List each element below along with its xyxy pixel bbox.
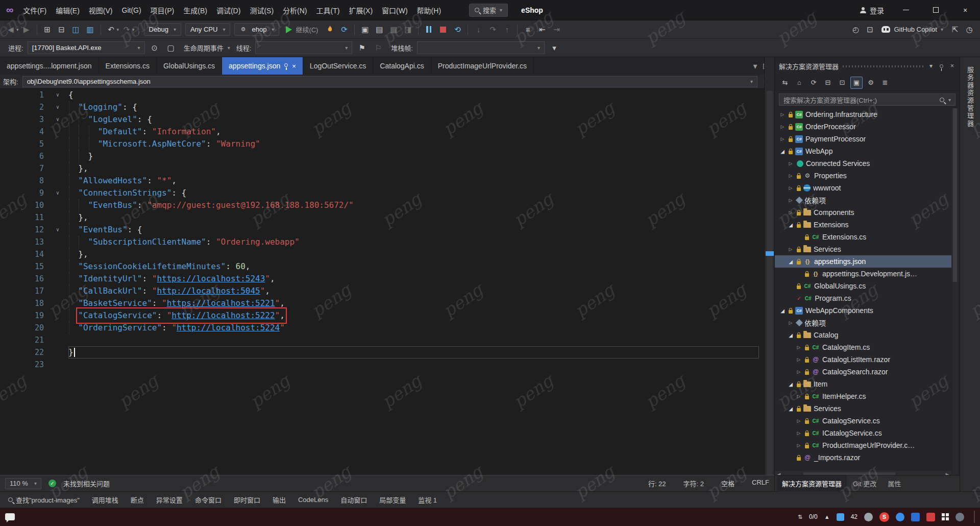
expand-arrow-icon[interactable]: ▷ <box>787 198 794 203</box>
collapse-arrow-icon[interactable]: ◢ <box>787 222 794 228</box>
tree-item-WebAppComponents[interactable]: ◢C#WebAppComponents <box>775 304 951 317</box>
tree-item-wwwroot[interactable]: ▷wwwroot <box>775 182 951 194</box>
menu-生成(B)[interactable]: 生成(B) <box>179 0 212 20</box>
navigate-forward-icon[interactable]: ▶ <box>20 23 33 36</box>
code-line[interactable]: 6} <box>0 150 764 162</box>
code-line[interactable]: 8"AllowedHosts": "*", <box>0 175 764 187</box>
feedback-icon[interactable]: ◴ <box>849 23 862 36</box>
tool-tab-Git 更改[interactable]: Git 更改 <box>848 475 881 492</box>
bottom-tab[interactable]: 局部变量 <box>374 492 411 508</box>
navigate-back-icon[interactable]: ◀ <box>4 23 17 36</box>
tray-volume-icon[interactable] <box>955 513 964 521</box>
collapse-arrow-icon[interactable]: ◢ <box>787 406 794 412</box>
pin-icon[interactable] <box>938 62 945 69</box>
code-line[interactable]: 1∨{ <box>0 89 764 101</box>
hot-reload-icon[interactable] <box>323 23 336 36</box>
tree-item-CatalogListItem.razor[interactable]: ▷@CatalogListItem.razor <box>775 353 951 366</box>
tree-item-Properties[interactable]: ▷⚙Properties <box>775 170 951 182</box>
code-line[interactable]: 22} <box>0 346 764 358</box>
platform-dropdown[interactable]: Any CPU▾ <box>185 23 231 36</box>
expand-arrow-icon[interactable]: ▷ <box>779 124 786 129</box>
zoom-dropdown[interactable]: 110 %▾ <box>5 478 41 489</box>
preview-icon[interactable]: ⊡ <box>863 23 876 36</box>
show-desktop-button[interactable] <box>974 511 975 523</box>
tree-item-CatalogService.cs[interactable]: ▷C#CatalogService.cs <box>775 415 951 427</box>
properties-icon[interactable]: ⚙ <box>865 77 877 89</box>
document-tab[interactable]: CatalogApi.cs <box>373 57 431 75</box>
home-icon[interactable]: ⌂ <box>793 77 805 89</box>
sign-in-button[interactable]: 登录 <box>853 0 891 20</box>
tree-item-ICatalogService.cs[interactable]: ▷C#ICatalogService.cs <box>775 427 951 439</box>
document-tab[interactable]: GlobalUsings.cs <box>157 57 222 75</box>
tree-item-依赖项[interactable]: ▷依赖项 <box>775 194 951 206</box>
expand-arrow-icon[interactable]: ▷ <box>779 112 786 117</box>
collapse-arrow-icon[interactable]: ◢ <box>787 259 794 265</box>
expand-arrow-icon[interactable]: ▷ <box>787 320 794 325</box>
document-tab[interactable]: Extensions.cs <box>99 57 157 75</box>
fold-chevron-icon[interactable]: ∨ <box>47 101 68 113</box>
code-editor[interactable]: 1∨{2∨"Logging": {3∨"LogLevel": {4"Defaul… <box>0 89 764 475</box>
eol-indicator[interactable]: CRLF <box>752 479 769 488</box>
code-line[interactable]: 11}, <box>0 211 764 224</box>
document-tab[interactable]: LogOutService.cs <box>303 57 374 75</box>
code-line[interactable]: 19"CatalogService": "http://localhost:52… <box>0 309 764 322</box>
expand-arrow-icon[interactable]: ▷ <box>795 369 802 374</box>
switch-views-icon[interactable]: ⇆ <box>779 77 791 89</box>
tree-item-GlobalUsings.cs[interactable]: C#GlobalUsings.cs <box>775 280 951 292</box>
solution-search-box[interactable]: 搜索解决方案资源管理器(Ctrl+;) ▾ <box>779 93 955 106</box>
tray-app-red-square-icon[interactable] <box>926 513 935 521</box>
diagnostics-tool-icon[interactable]: ▤ <box>373 23 386 36</box>
open-file-icon[interactable]: ⊟ <box>55 23 68 36</box>
document-tab[interactable]: appsettings.json× <box>222 57 303 75</box>
monitor-widget-icon[interactable] <box>837 513 844 521</box>
bottom-tab[interactable]: CodeLens <box>293 492 333 508</box>
share-icon[interactable]: ⇱ <box>948 23 962 36</box>
active-files-dropdown-icon[interactable]: ▾ <box>753 61 757 71</box>
expand-arrow-icon[interactable]: ▷ <box>787 210 794 215</box>
code-line[interactable]: 14}, <box>0 248 764 260</box>
bottom-tab[interactable]: 输出 <box>267 492 291 508</box>
sogou-ime-icon[interactable]: S <box>879 512 889 522</box>
expand-arrow-icon[interactable]: ▷ <box>779 136 786 141</box>
process-step-icon[interactable]: ⊙ <box>148 41 161 55</box>
flag-icon[interactable]: ⚑ <box>355 41 369 55</box>
tree-item-Services[interactable]: ◢Services <box>775 402 951 415</box>
continue-debug-button[interactable]: 继续(C) <box>282 23 322 36</box>
code-line[interactable]: 7}, <box>0 162 764 175</box>
maximize-button[interactable] <box>921 0 950 20</box>
tool-tab-属性[interactable]: 属性 <box>883 475 906 492</box>
tree-item-Extensions.cs[interactable]: C#Extensions.cs <box>775 231 951 243</box>
menu-窗口(W)[interactable]: 窗口(W) <box>377 0 412 20</box>
step-over-icon[interactable]: ↷ <box>486 23 499 36</box>
show-all-files-icon[interactable]: ⊡ <box>836 77 848 89</box>
tree-item-appsettings.json[interactable]: ◢{}appsettings.json <box>775 255 951 268</box>
fold-chevron-icon[interactable]: ∨ <box>47 224 68 236</box>
bottom-tab[interactable]: 即时窗口 <box>229 492 265 508</box>
undo-icon[interactable]: ↶ <box>105 23 118 36</box>
window-position-icon[interactable]: ▾ <box>928 62 934 69</box>
tree-item-appsettings.Development.js[interactable]: {}appsettings.Development.js… <box>775 268 951 280</box>
line-marker-icon[interactable]: ≡ <box>521 23 534 36</box>
fold-chevron-icon[interactable]: ∨ <box>47 113 68 126</box>
bottom-tab[interactable]: 监视 1 <box>413 492 442 508</box>
code-line[interactable]: 23 <box>0 358 764 371</box>
bottom-tab[interactable]: 查找"product-images" <box>3 492 85 508</box>
collapse-arrow-icon[interactable]: ◢ <box>779 149 786 154</box>
tool-tab-解决方案资源管理器[interactable]: 解决方案资源管理器 <box>777 475 847 492</box>
save-all-icon[interactable]: ▥ <box>84 23 97 36</box>
show-output-icon[interactable]: ▦ <box>387 23 400 36</box>
tree-item-ProductImageUrlProvider.c[interactable]: ▷C#ProductImageUrlProvider.c… <box>775 439 951 451</box>
tree-item-CatalogItem.cs[interactable]: ▷C#CatalogItem.cs <box>775 341 951 353</box>
fold-chevron-icon[interactable]: ∨ <box>47 187 68 199</box>
tray-expand-chevron[interactable]: ▲ <box>824 514 830 520</box>
menu-Git(G)[interactable]: Git(G) <box>117 0 146 20</box>
tree-item-OrderProcessor[interactable]: ▷C#OrderProcessor <box>775 121 951 133</box>
pin-icon[interactable] <box>284 63 288 67</box>
step-out-icon[interactable]: ↑ <box>500 23 513 36</box>
sync-active-document-icon[interactable]: ▣ <box>850 77 863 89</box>
restart-debug-icon[interactable]: ⟲ <box>451 23 464 36</box>
preview-selected-icon[interactable]: ≣ <box>879 77 891 89</box>
flag-outline-icon[interactable]: ⚐ <box>372 41 385 55</box>
close-button[interactable]: × <box>950 0 980 20</box>
spaces-indicator[interactable]: 空格 <box>721 479 734 488</box>
